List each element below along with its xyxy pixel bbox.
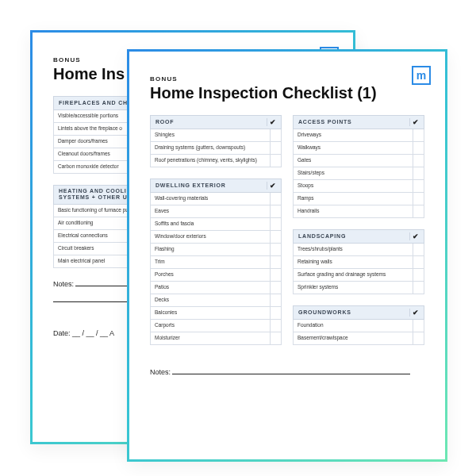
section-header: GROUNDWORKS ✔: [293, 305, 424, 320]
checklist-row: Stairs/steps: [293, 167, 424, 180]
item-label: Wall-covering materials: [151, 193, 270, 205]
checkbox-cell[interactable]: [270, 218, 281, 230]
checkbox-cell[interactable]: [413, 155, 424, 167]
checklist-row: Sprinkler systems: [293, 282, 424, 294]
checklist-row: Handrails: [293, 205, 424, 218]
checklist-row: Decks: [150, 294, 282, 307]
check-icon: ✔: [409, 232, 420, 240]
section-header: LANDSCAPING ✔: [293, 229, 424, 244]
item-label: Retaining walls: [294, 256, 413, 268]
checkbox-cell[interactable]: [413, 180, 424, 192]
item-label: Trim: [151, 256, 270, 268]
checklist-row: Trim: [150, 256, 282, 269]
checklist-row: Basement/crawlspace: [293, 332, 424, 345]
page-front: m BONUS Home Inspection Checklist (1) RO…: [127, 49, 447, 462]
checklist-row: Wall-covering materials: [150, 193, 282, 205]
checkbox-cell[interactable]: [413, 142, 424, 154]
checkbox-cell[interactable]: [270, 155, 281, 167]
item-label: Shingles: [151, 129, 270, 141]
checklist-row: Ramps: [293, 193, 424, 205]
checkbox-cell[interactable]: [270, 142, 281, 154]
checklist-row: Flashing: [150, 244, 282, 256]
item-label: Draining systems (gutters, downspouts): [151, 142, 270, 154]
check-icon: ✔: [409, 118, 420, 126]
checkbox-cell[interactable]: [270, 332, 281, 344]
checkbox-cell[interactable]: [270, 205, 281, 217]
checkbox-cell[interactable]: [413, 205, 424, 217]
item-label: Sprinkler systems: [294, 282, 413, 294]
section-name: GROUNDWORKS: [298, 309, 409, 316]
right-column: ACCESS POINTS ✔ Driveways Walkways Gates…: [293, 115, 424, 356]
item-label: Roof penetrations (chimney, vents, skyli…: [151, 155, 270, 167]
item-label: Window/door exteriors: [151, 231, 270, 243]
item-label: Moisturizer: [151, 332, 270, 344]
item-label: Soffits and fascia: [151, 218, 270, 230]
item-label: Walkways: [294, 142, 413, 154]
checklist-row: Window/door exteriors: [150, 231, 282, 244]
check-icon: ✔: [409, 309, 420, 317]
checkbox-cell[interactable]: [270, 244, 281, 255]
item-label: Stairs/steps: [294, 167, 413, 179]
item-label: Driveways: [294, 129, 413, 141]
notes-line[interactable]: [172, 367, 410, 374]
item-label: Flashing: [151, 244, 270, 255]
checkbox-cell[interactable]: [270, 320, 281, 332]
item-label: Gates: [294, 155, 413, 167]
checkbox-cell[interactable]: [413, 320, 424, 332]
checkbox-cell[interactable]: [413, 244, 424, 255]
canvas: m BONUS Home Ins FIREPLACES AND CHIMN ✔ …: [0, 0, 476, 476]
checkbox-cell[interactable]: [270, 294, 281, 306]
section-header: ACCESS POINTS ✔: [293, 115, 424, 129]
checkbox-cell[interactable]: [270, 282, 281, 294]
checkbox-cell[interactable]: [413, 193, 424, 205]
brand-logo-icon: m: [412, 66, 431, 85]
item-label: Foundation: [294, 320, 413, 332]
checkbox-cell[interactable]: [413, 129, 424, 141]
checkbox-cell[interactable]: [270, 193, 281, 205]
checklist-row: Balconies: [150, 307, 282, 320]
checklist-row: Trees/shrubs/plants: [293, 244, 424, 256]
item-label: Surface grading and drainage systems: [294, 269, 413, 281]
checkbox-cell[interactable]: [270, 256, 281, 268]
checklist-row: Retaining walls: [293, 256, 424, 269]
page-title: Home Inspection Checklist (1): [150, 84, 424, 102]
section-header: DWELLING EXTERIOR ✔: [150, 178, 282, 193]
checkbox-cell[interactable]: [270, 231, 281, 243]
checklist-row: Draining systems (gutters, downspouts): [150, 142, 282, 155]
columns: ROOF ✔ Shingles Draining systems (gutter…: [150, 115, 424, 356]
item-label: Handrails: [294, 205, 413, 217]
section-name: DWELLING EXTERIOR: [155, 182, 267, 189]
item-label: Ramps: [294, 193, 413, 205]
checklist-row: Eaves: [150, 205, 282, 218]
checklist-row: Roof penetrations (chimney, vents, skyli…: [150, 155, 282, 167]
checkbox-cell[interactable]: [413, 282, 424, 294]
checkbox-cell[interactable]: [413, 256, 424, 268]
section-roof: ROOF ✔ Shingles Draining systems (gutter…: [150, 115, 282, 167]
section-access-points: ACCESS POINTS ✔ Driveways Walkways Gates…: [293, 115, 424, 218]
check-icon: ✔: [267, 118, 278, 126]
section-landscaping: LANDSCAPING ✔ Trees/shrubs/plants Retain…: [293, 229, 424, 294]
checkbox-cell[interactable]: [413, 269, 424, 281]
checklist-row: Soffits and fascia: [150, 218, 282, 231]
checkbox-cell[interactable]: [270, 307, 281, 319]
item-label: Basement/crawlspace: [294, 332, 413, 344]
checkbox-cell[interactable]: [413, 167, 424, 179]
notes-area: Notes:: [150, 367, 424, 376]
item-label: Balconies: [151, 307, 270, 319]
checkbox-cell[interactable]: [270, 129, 281, 141]
checklist-row: Stoops: [293, 180, 424, 193]
checklist-row: Shingles: [150, 129, 282, 142]
checklist-row: Porches: [150, 269, 282, 282]
section-name: ACCESS POINTS: [298, 119, 409, 125]
checkbox-cell[interactable]: [413, 332, 424, 344]
checklist-row: Driveways: [293, 129, 424, 142]
checklist-row: Surface grading and drainage systems: [293, 269, 424, 282]
section-dwelling-exterior: DWELLING EXTERIOR ✔ Wall-covering materi…: [150, 178, 282, 345]
item-label: Porches: [151, 269, 270, 281]
section-groundworks: GROUNDWORKS ✔ Foundation Basement/crawls…: [293, 305, 424, 345]
bonus-label: BONUS: [150, 75, 424, 83]
checkbox-cell[interactable]: [270, 269, 281, 281]
section-name: LANDSCAPING: [298, 233, 409, 240]
item-label: Patios: [151, 282, 270, 294]
checklist-row: Carports: [150, 320, 282, 332]
